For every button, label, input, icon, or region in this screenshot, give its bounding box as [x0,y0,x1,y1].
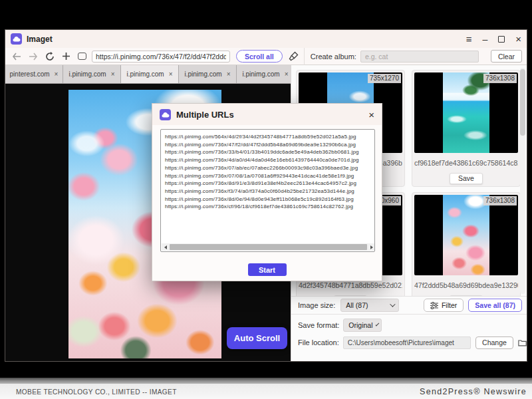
folder-icon[interactable] [518,338,527,347]
close-icon[interactable]: × [515,34,521,44]
tab-pinterest[interactable]: pinterest.com× [5,65,63,83]
back-icon[interactable] [12,53,21,61]
sea-tree-image [443,72,489,153]
menu-icon[interactable]: ≡ [466,34,472,44]
save-all-button[interactable]: Save all (87) [468,299,522,312]
tab-pinimg-1[interactable]: i.pinimg.com× [63,65,121,83]
chevron-down-icon [375,323,379,327]
screenshot-backdrop: Imaget ≡ – × Scroll all Create album: [0,0,532,399]
dimension-badge: 736x1308 [483,196,517,205]
tab-label: i.pinimg.com [69,70,106,78]
tab-close-icon[interactable]: × [227,70,231,78]
caption-right-text: Send2Press® Newswire [420,387,527,396]
scroll-all-button[interactable]: Scroll all [236,50,283,63]
urls-textarea[interactable]: https://i.pinimg.com/564x/4d/2f/34/4d2f3… [160,129,375,252]
clean-brush-icon[interactable] [289,51,299,61]
change-button[interactable]: Change [475,336,513,349]
filename: cf9618ef7de43861c69c758614c827 [414,159,518,167]
filter-sliders-icon [430,302,438,309]
save-format-value: Original [348,321,372,329]
dialog-title: Multiple URLs [176,110,234,120]
tab-close-icon[interactable]: × [111,70,115,78]
url-line: https://i.pinimg.com/736x/47/f2/dd/47f2d… [165,141,374,149]
url-line: https://i.pinimg.com/736x/8d/91/e3/8d91e… [165,180,374,188]
flowers-image [443,195,489,275]
create-album-label: Create album: [311,53,356,61]
url-line: https://i.pinimg.com/736x/4d/a0/d4/4da0d… [165,156,374,164]
browser-toolbar: Scroll all Create album: Clear [5,48,527,65]
url-line: https://i.pinimg.com/736x/07/ab/ec/07abe… [165,164,374,172]
create-album-input[interactable] [360,51,479,63]
minimize-icon[interactable]: – [482,35,487,44]
thumbnail: 736x1308 [414,195,518,275]
save-format-label: Save format: [298,321,339,329]
panel-scrollbar[interactable] [520,68,525,294]
forward-icon[interactable] [29,53,38,61]
auto-scroll-button[interactable]: Auto Scroll [227,327,287,349]
tab-pinimg-4[interactable]: i.pinimg.com× [237,65,291,83]
tab-label: i.pinimg.com [127,70,164,78]
tab-label: i.pinimg.com [185,70,222,78]
filename: 4d2f345748b4771a8db59e52d021a [299,281,402,289]
add-tab-icon[interactable] [62,52,70,61]
horizontal-scrollbar[interactable] [162,243,375,251]
url-line: https://i.pinimg.com/564x/4d/2f/34/4d2f3… [165,133,374,141]
tab-close-icon[interactable]: × [55,70,59,78]
scrollbar-thumb[interactable] [170,244,367,250]
filename-row: cf9618ef7de43861c69c758614c827✎ [414,159,518,168]
scroll-left-icon[interactable] [162,243,169,251]
dimension-badge: 736x1308 [483,74,517,83]
clear-button[interactable]: Clear [491,50,522,63]
footer-divider [0,378,532,384]
app-title: Imaget [27,35,53,44]
image-size-label: Image size: [298,301,335,309]
tab-label: pinterest.com [10,70,50,78]
scroll-right-icon[interactable] [368,243,375,251]
duplicate-tab-icon[interactable] [78,53,86,60]
filename: 47f2ddd5b48a69d69bdea9e13290b [414,281,518,289]
chevron-down-icon [390,301,395,307]
tab-strip: pinterest.com× i.pinimg.com× i.pinimg.co… [5,65,291,84]
image-size-value: All (87) [346,301,368,309]
tab-pinimg-3[interactable]: i.pinimg.com× [179,65,237,83]
image-size-select[interactable]: All (87) [340,299,399,312]
file-location-input[interactable] [343,336,471,349]
tab-close-icon[interactable]: × [169,70,173,78]
filter-label: Filter [442,301,457,309]
scrollbar-thumb[interactable] [520,69,525,136]
save-button[interactable]: Save [450,173,483,184]
thumbnail: 736x1308 [414,72,518,153]
imaget-logo-icon [11,33,22,45]
tab-pinimg-2-active[interactable]: i.pinimg.com× [121,65,179,83]
save-format-select[interactable]: Original [343,319,382,332]
window-controls: ≡ – × [466,34,521,44]
caption-bar: MOBEE TECHNOLOGY CO., LIMITED -- IMAGET … [0,384,532,399]
url-input[interactable] [92,51,230,63]
tab-close-icon[interactable]: × [285,70,289,78]
maximize-icon[interactable] [498,36,505,43]
caption-left-text: MOBEE TECHNOLOGY CO., LIMITED -- IMAGET [16,388,177,396]
url-line: https://i.pinimg.com/736x/f3/74/a0/f374a… [165,188,374,196]
image-card[interactable]: 736x1308 47f2ddd5b48a69d69bdea9e13290b✎ … [412,192,521,296]
nav-icons [5,52,92,61]
url-line: https://i.pinimg.com/736x/8d/0e/94/8d0e9… [165,196,374,203]
image-size-row: Image size: All (87) Filter Save all (87… [291,296,527,315]
url-line: https://i.pinimg.com/736x/07/08/1a/07081… [165,172,374,180]
multiple-urls-dialog: Multiple URLs × https://i.pinimg.com/564… [152,103,382,281]
dialog-close-icon[interactable]: × [368,110,374,120]
title-bar: Imaget ≡ – × [5,30,527,48]
imaget-logo-icon [160,109,171,120]
start-button[interactable]: Start [248,263,287,276]
toolbar-divider [304,48,305,65]
file-location-label: File location: [298,338,339,346]
filter-button[interactable]: Filter [424,299,464,312]
refresh-icon[interactable] [45,52,55,61]
file-location-row: File location: Change [291,334,527,351]
dialog-header: Multiple URLs × [152,104,382,125]
url-line: https://i.pinimg.com/736x/cf/96/18/cf961… [165,203,374,211]
image-card[interactable]: 736x1308 cf9618ef7de43861c69c758614c827✎… [412,70,521,187]
save-format-row: Save format: Original [291,317,527,334]
dimension-badge: 735x1270 [368,74,401,83]
filename-row: 4d2f345748b4771a8db59e52d021a✎ [299,281,402,290]
filename-row: 47f2ddd5b48a69d69bdea9e13290b✎ [414,281,518,290]
